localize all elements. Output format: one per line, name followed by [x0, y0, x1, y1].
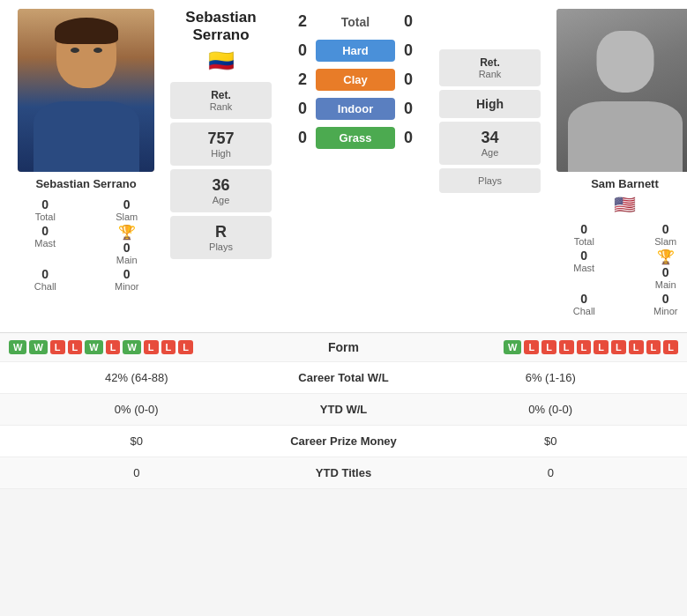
- form-badge-right: L: [611, 340, 626, 354]
- flag-right: 🇺🇸: [614, 194, 636, 215]
- form-badges-left: WWLLWLWLLL: [9, 340, 300, 354]
- photo-bg-right: [556, 9, 687, 172]
- player-photo-right: [556, 9, 687, 172]
- indoor-badge: Indoor: [316, 98, 395, 120]
- comp-center-label: YTD Titles: [265, 466, 423, 479]
- ret-box-left: Ret. Rank: [170, 82, 272, 119]
- total-row: 2 Total 0: [282, 9, 429, 34]
- high-box-left: 757 High: [170, 122, 272, 166]
- player-stats-grid-right: 0 Total 0 Slam 0 Mast 🏆 0 Main: [548, 222, 687, 316]
- hard-badge: Hard: [316, 40, 395, 62]
- name-flag-left: Sebastian Serrano 🇨🇴: [170, 9, 272, 77]
- grass-badge: Grass: [316, 127, 395, 149]
- comparison-rows: 42% (64-88) Career Total W/L 6% (1-16) 0…: [0, 362, 687, 489]
- comp-left-val: 0: [9, 466, 265, 479]
- stat-slam-right: 0 Slam: [630, 222, 688, 247]
- player-title-left: Sebastian Serrano: [170, 9, 272, 45]
- clay-row: 2 Clay 0: [282, 67, 429, 93]
- form-badge-right: L: [541, 340, 556, 354]
- form-badge-left: L: [144, 340, 159, 354]
- comp-right-val: $0: [423, 434, 679, 448]
- center-panel: 2 Total 0 0 Hard 0 2 Clay 0 0 Indoor 0: [279, 9, 432, 316]
- form-badge-right: L: [629, 340, 644, 354]
- stat-total-right: 0 Total: [548, 222, 621, 247]
- stat-minor-right: 0 Minor: [630, 292, 688, 316]
- indoor-row: 0 Indoor 0: [282, 96, 429, 122]
- form-badge-right: L: [577, 340, 592, 354]
- form-badges-right: WLLLLLLLLL: [388, 340, 679, 354]
- form-badge-left: L: [68, 340, 83, 354]
- form-badge-right: W: [504, 340, 521, 354]
- stat-main-left: 🏆 0 Main: [91, 224, 164, 265]
- form-badge-left: W: [85, 340, 102, 354]
- player-photo-left: [18, 9, 154, 172]
- comp-left-val: $0: [9, 434, 265, 448]
- stat-chall-right: 0 Chall: [548, 292, 621, 316]
- clay-badge: Clay: [316, 69, 395, 91]
- comparison-row: 0 YTD Titles 0: [0, 457, 687, 489]
- form-badge-left: L: [106, 340, 121, 354]
- form-badge-right: L: [646, 340, 661, 354]
- stat-mast-right: 0 Mast: [548, 249, 621, 290]
- comp-center-label: YTD W/L: [265, 403, 423, 416]
- form-badge-right: L: [594, 340, 609, 354]
- form-badge-right: L: [524, 340, 539, 354]
- top-section: Sebastian Serrano 0 Total 0 Slam 0 Mast …: [0, 0, 687, 325]
- high-box-right: High: [439, 90, 541, 118]
- stat-chall-left: 0 Chall: [9, 267, 82, 292]
- form-badge-left: L: [178, 340, 193, 354]
- form-badge-right: L: [663, 340, 678, 354]
- comp-right-val: 0% (0-0): [423, 403, 679, 416]
- form-badge-left: L: [161, 340, 176, 354]
- stat-total-left: 0 Total: [9, 197, 82, 222]
- trophy-icon-left: 🏆: [118, 224, 136, 241]
- player-stats-grid-left: 0 Total 0 Slam 0 Mast 🏆: [9, 197, 163, 292]
- form-badge-left: W: [9, 340, 26, 354]
- comparison-row: 42% (64-88) Career Total W/L 6% (1-16): [0, 362, 687, 394]
- photo-bg-sebastian: [18, 9, 154, 172]
- comparison-row: $0 Career Prize Money $0: [0, 426, 687, 457]
- middle-panel-right: Ret. Rank High 34 Age Plays: [439, 9, 541, 316]
- comp-center-label: Career Total W/L: [265, 371, 423, 384]
- player-name-left: Sebastian Serrano: [35, 177, 136, 190]
- player-name-right: Sam Barnett: [591, 177, 659, 190]
- age-box-left: 36 Age: [170, 169, 272, 212]
- stat-mast-left: 0 Mast: [9, 224, 82, 265]
- form-badge-left: W: [29, 340, 47, 354]
- form-center-label: Form: [300, 340, 388, 354]
- player-card-right: Sam Barnett 🇺🇸 0 Total 0 Slam 0 Mast 🏆: [548, 9, 687, 316]
- plays-box-left: R Plays: [170, 216, 272, 259]
- stat-minor-left: 0 Minor: [91, 267, 164, 292]
- player-card-left: Sebastian Serrano 0 Total 0 Slam 0 Mast …: [9, 9, 163, 316]
- grass-row: 0 Grass 0: [282, 125, 429, 151]
- hard-row: 0 Hard 0: [282, 38, 429, 63]
- age-box-right: 34 Age: [439, 122, 541, 165]
- trophy-icon-right: 🏆: [657, 249, 675, 265]
- comp-right-val: 0: [423, 466, 679, 479]
- middle-panel-left: Sebastian Serrano 🇨🇴 Ret. Rank 757 High …: [170, 9, 272, 316]
- bottom-section: WWLLWLWLLL Form WLLLLLLLLL 42% (64-88) C…: [0, 332, 687, 489]
- comparison-row: 0% (0-0) YTD W/L 0% (0-0): [0, 394, 687, 426]
- comp-right-val: 6% (1-16): [423, 371, 679, 384]
- ret-box-right: Ret. Rank: [439, 49, 541, 86]
- form-badge-right: L: [559, 340, 574, 354]
- stat-main-right: 🏆 0 Main: [630, 249, 688, 290]
- flag-left: 🇨🇴: [170, 48, 272, 73]
- stat-slam-left: 0 Slam: [91, 197, 164, 222]
- main-container: Sebastian Serrano 0 Total 0 Slam 0 Mast …: [0, 0, 687, 489]
- form-badge-left: L: [50, 340, 65, 354]
- plays-box-right: Plays: [439, 168, 541, 193]
- comp-left-val: 0% (0-0): [9, 403, 265, 416]
- form-badge-left: W: [123, 340, 140, 354]
- comp-center-label: Career Prize Money: [265, 434, 423, 448]
- comp-left-val: 42% (64-88): [9, 371, 265, 384]
- form-row: WWLLWLWLLL Form WLLLLLLLLL: [0, 333, 687, 362]
